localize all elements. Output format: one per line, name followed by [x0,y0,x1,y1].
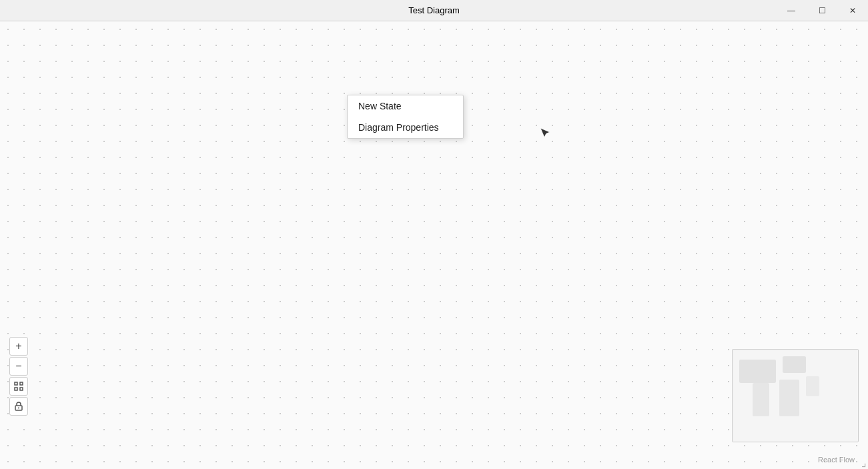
canvas-area[interactable]: New State Diagram Properties + − [0,21,868,469]
title-bar: Test Diagram — ☐ ✕ [0,0,868,21]
svg-rect-3 [20,388,23,390]
mini-map-content [733,350,858,442]
svg-rect-2 [15,388,17,390]
svg-point-5 [18,408,19,409]
context-menu: New State Diagram Properties [347,95,464,139]
context-menu-item-new-state[interactable]: New State [348,95,463,117]
cursor-indicator [539,127,551,141]
zoom-out-button[interactable]: − [9,357,28,376]
resize-corner[interactable] [859,460,868,469]
maximize-button[interactable]: ☐ [807,0,837,21]
minimize-button[interactable]: — [776,0,807,21]
close-button[interactable]: ✕ [837,0,868,21]
svg-rect-1 [20,382,23,385]
context-menu-item-diagram-properties[interactable]: Diagram Properties [348,117,463,138]
svg-rect-0 [15,382,17,385]
mini-map [732,349,859,442]
react-flow-watermark: React Flow [818,456,855,464]
lock-button[interactable] [9,397,28,416]
zoom-controls: + − [9,337,28,416]
fit-view-button[interactable] [9,377,28,396]
window-controls: — ☐ ✕ [776,0,868,21]
window-title: Test Diagram [92,5,776,15]
zoom-in-button[interactable]: + [9,337,28,356]
